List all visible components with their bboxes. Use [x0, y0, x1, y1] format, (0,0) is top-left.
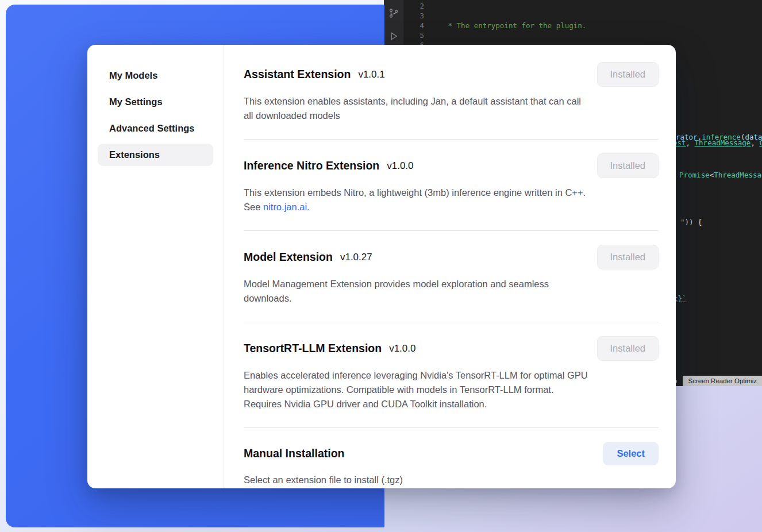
extension-description: Enables accelerated inference leveraging…	[244, 368, 588, 411]
installed-button[interactable]: Installed	[597, 336, 659, 361]
extension-row-tensorrt-llm: TensortRT-LLM Extension v1.0.0 Installed…	[244, 322, 659, 428]
line-number: 4	[407, 21, 424, 30]
installed-button[interactable]: Installed	[597, 153, 659, 178]
manual-installation-title: Manual Installation	[244, 447, 345, 460]
extension-row-assistant: Assistant Extension v1.0.1 Installed Thi…	[244, 62, 659, 140]
description-text: Model Management Extension provides mode…	[244, 279, 549, 303]
description-text: Select an extension file to install (.tg…	[244, 475, 403, 485]
extension-row-header: Assistant Extension v1.0.1 Installed	[244, 62, 659, 87]
installed-button[interactable]: Installed	[597, 62, 659, 87]
sidebar-item-my-settings[interactable]: My Settings	[98, 91, 213, 113]
extension-description: This extension embeds Nitro, a lightweig…	[244, 186, 588, 214]
line-number: 5	[407, 30, 424, 40]
line-number: 3	[407, 11, 424, 21]
extension-name: Model Extension	[244, 250, 333, 264]
extension-name: Assistant Extension	[244, 68, 351, 81]
manual-installation-row: Manual Installation Select Select an ext…	[244, 428, 659, 488]
nitro-jan-ai-link[interactable]: nitro.jan.ai.	[263, 202, 310, 212]
extension-description: This extension enables assistants, inclu…	[244, 94, 588, 123]
extension-version: v1.0.1	[358, 69, 384, 80]
code-fragment: Promise<ThreadMessage>	[679, 170, 762, 180]
description-text: Enables accelerated inference leveraging…	[244, 370, 588, 409]
extensions-list: Assistant Extension v1.0.1 Installed Thi…	[224, 45, 676, 488]
editor-line-numbers: 2 3 4 5 6	[407, 1, 424, 50]
code-fragment: rator.inference(data));	[676, 132, 762, 142]
extension-row-model: Model Extension v1.0.27 Installed Model …	[244, 231, 659, 322]
extension-row-inference-nitro: Inference Nitro Extension v1.0.0 Install…	[244, 140, 659, 231]
sidebar-item-extensions[interactable]: Extensions	[98, 144, 213, 166]
description-text: This extension enables assistants, inclu…	[244, 96, 581, 121]
extension-name: TensortRT-LLM Extension	[244, 342, 382, 355]
extension-version: v1.0.0	[387, 160, 413, 172]
extension-row-header: Model Extension v1.0.27 Installed	[244, 245, 659, 269]
extension-version: v1.0.27	[340, 252, 372, 263]
extension-row-header: Inference Nitro Extension v1.0.0 Install…	[244, 153, 659, 178]
sidebar-item-advanced-settings[interactable]: Advanced Settings	[98, 117, 213, 140]
extension-version: v1.0.0	[389, 343, 415, 354]
sidebar-item-my-models[interactable]: My Models	[98, 64, 213, 87]
code-line: * The entrypoint for the plugin.	[444, 21, 762, 30]
manual-installation-description: Select an extension file to install (.tg…	[244, 473, 588, 487]
settings-sidebar: My Models My Settings Advanced Settings …	[87, 45, 224, 488]
run-debug-icon[interactable]	[388, 31, 399, 41]
code-fragment: ")) {	[680, 217, 702, 227]
select-file-button[interactable]: Select	[603, 442, 659, 465]
extension-row-header: Manual Installation Select	[244, 442, 659, 465]
settings-modal: My Models My Settings Advanced Settings …	[87, 45, 676, 488]
line-number: 2	[407, 1, 424, 11]
screen-reader-optimized-chip[interactable]: Screen Reader Optimiz	[683, 376, 762, 386]
extension-row-header: TensortRT-LLM Extension v1.0.0 Installed	[244, 336, 659, 361]
source-control-icon[interactable]	[388, 8, 399, 18]
extension-description: Model Management Extension provides mode…	[244, 277, 588, 306]
installed-button[interactable]: Installed	[597, 245, 659, 269]
extension-name: Inference Nitro Extension	[244, 159, 379, 172]
